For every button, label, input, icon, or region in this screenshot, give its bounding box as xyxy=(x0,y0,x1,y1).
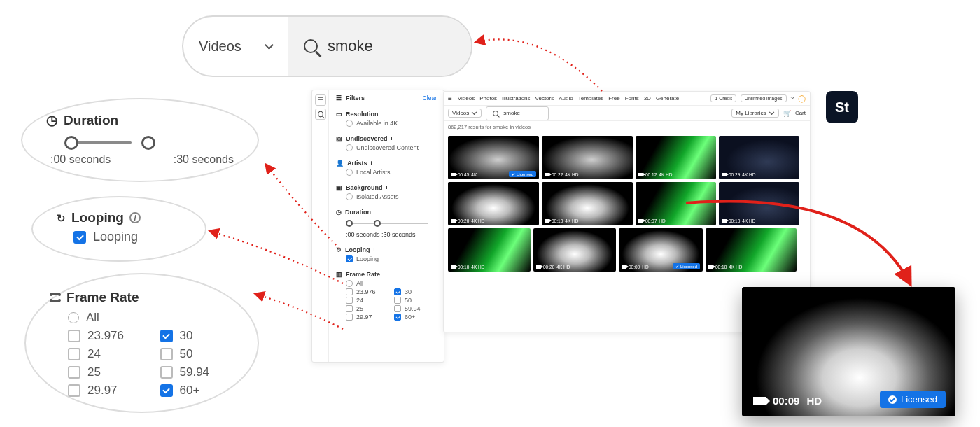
browser-category-dropdown[interactable]: Videos xyxy=(448,108,482,118)
duration-slider[interactable] xyxy=(346,220,431,227)
clear-filters-link[interactable]: Clear xyxy=(423,94,437,102)
duration-max-knob[interactable] xyxy=(141,136,155,150)
user-avatar-icon[interactable] xyxy=(798,94,806,102)
video-duration: 00:09 xyxy=(773,395,799,407)
nav-link[interactable]: Templates xyxy=(578,95,603,102)
nav-link[interactable]: Fonts xyxy=(625,95,639,102)
background-icon: ▣ xyxy=(336,184,342,191)
framerate-all-radio[interactable] xyxy=(68,312,79,323)
video-icon xyxy=(638,219,643,223)
video-thumbnail[interactable]: 00:07HD xyxy=(636,182,716,225)
video-thumbnail[interactable]: 00:104K HD xyxy=(719,182,799,225)
video-thumbnail[interactable]: 00:224K HD xyxy=(542,136,633,179)
framerate-checkbox[interactable] xyxy=(394,314,401,321)
framerate-checkbox[interactable] xyxy=(346,305,353,312)
framerate-checkbox[interactable] xyxy=(160,366,173,379)
duration-max-knob[interactable] xyxy=(374,220,381,227)
framerate-checkbox[interactable] xyxy=(160,384,173,397)
framerate-checkbox[interactable] xyxy=(68,366,80,379)
nav-link[interactable]: Vectors xyxy=(536,95,554,102)
licensed-label: Licensed xyxy=(901,394,937,405)
video-thumbnail[interactable]: 00:104K HD xyxy=(542,182,633,225)
my-libraries-dropdown[interactable]: My Libraries xyxy=(732,108,779,118)
duration-slider[interactable] xyxy=(64,135,230,150)
framerate-checkbox[interactable] xyxy=(346,297,353,304)
framerate-detail-bubble: Frame Rate All 23.9763024502559.9429.976… xyxy=(24,273,259,413)
framerate-checkbox[interactable] xyxy=(394,288,401,295)
thumb-res: HD xyxy=(642,265,648,270)
duration-min-knob[interactable] xyxy=(64,136,78,150)
video-resolution: HD xyxy=(806,395,822,407)
video-icon xyxy=(451,265,456,269)
info-icon[interactable]: i xyxy=(371,160,377,167)
sliders-icon: ☰ xyxy=(336,94,342,102)
info-icon[interactable]: i xyxy=(130,212,141,223)
looping-checkbox[interactable] xyxy=(346,255,353,262)
section-looping-title: Looping xyxy=(345,246,370,253)
nav-link[interactable]: Free xyxy=(608,95,620,102)
looping-checkbox[interactable] xyxy=(74,231,86,244)
nav-link[interactable]: Videos xyxy=(458,95,475,102)
framerate-label: 23.976 xyxy=(88,329,124,343)
thumb-res: 4K HD xyxy=(659,172,672,177)
duration-min-knob[interactable] xyxy=(346,220,353,227)
video-thumbnail[interactable]: 00:09HD✔Licensed xyxy=(619,228,703,272)
duration-min-label: :00 seconds xyxy=(50,153,111,166)
search-icon xyxy=(493,111,498,116)
framerate-label: 60+ xyxy=(405,314,415,321)
artists-radio[interactable] xyxy=(346,169,353,176)
video-thumbnail[interactable]: 00:124K HD xyxy=(636,136,716,179)
search-input[interactable]: smoke xyxy=(288,17,471,76)
nav-icon[interactable]: ≡ xyxy=(448,94,452,102)
thumb-res: 4K HD xyxy=(729,265,742,270)
artists-label: Local Artists xyxy=(356,169,391,176)
undiscovered-label: Undiscovered Content xyxy=(356,144,419,151)
framerate-checkbox[interactable] xyxy=(68,384,80,397)
thumb-meta: 00:104K HD xyxy=(722,218,755,223)
selected-video-card[interactable]: 00:09 HD Licensed xyxy=(742,287,955,416)
undiscovered-radio[interactable] xyxy=(346,144,353,151)
video-thumbnail[interactable]: 00:454K✔Licensed xyxy=(448,136,539,179)
video-thumbnail[interactable]: 00:294K HD xyxy=(719,136,799,179)
framerate-checkbox[interactable] xyxy=(68,348,80,360)
thumb-res: 4K HD xyxy=(471,218,484,223)
credit-button[interactable]: 1 Credit xyxy=(710,94,736,102)
duration-bubble-title: Duration xyxy=(64,113,118,128)
help-icon[interactable]: ? xyxy=(791,95,794,102)
video-thumbnail[interactable]: 00:284K HD xyxy=(533,228,616,272)
browser-search-input[interactable]: smoke xyxy=(486,106,549,120)
framerate-checkbox[interactable] xyxy=(160,348,173,360)
framerate-checkbox[interactable] xyxy=(68,330,80,342)
framerate-all-radio[interactable] xyxy=(346,280,353,287)
info-icon[interactable]: i xyxy=(386,185,393,191)
search-category-dropdown[interactable]: Videos xyxy=(183,17,288,76)
framerate-checkbox[interactable] xyxy=(346,288,353,295)
nav-link[interactable]: Illustrations xyxy=(502,95,530,102)
thumb-meta: 00:284K HD xyxy=(536,265,570,270)
resolution-icon: ▭ xyxy=(336,111,342,118)
sliders-icon[interactable]: ☰ xyxy=(315,94,326,106)
background-radio[interactable] xyxy=(346,193,353,200)
framerate-checkbox[interactable] xyxy=(394,305,401,312)
section-background-title: Background xyxy=(346,184,383,191)
nav-link[interactable]: Photos xyxy=(479,95,497,102)
framerate-checkbox[interactable] xyxy=(394,297,401,304)
nav-link[interactable]: Generate xyxy=(656,95,679,102)
licensed-badge[interactable]: Licensed xyxy=(880,391,946,408)
cart-icon[interactable] xyxy=(783,110,791,117)
unlimited-button[interactable]: Unlimited images xyxy=(741,94,787,102)
info-icon[interactable]: i xyxy=(374,247,380,253)
framerate-checkbox[interactable] xyxy=(160,330,173,342)
cart-label[interactable]: Cart xyxy=(795,110,806,116)
resolution-4k-radio[interactable] xyxy=(346,120,353,127)
info-icon[interactable]: i xyxy=(391,136,398,142)
video-thumbnail[interactable]: 00:184K HD xyxy=(706,228,797,272)
video-thumbnail[interactable]: 00:204K HD xyxy=(448,182,539,225)
nav-link[interactable]: 3D xyxy=(644,95,651,102)
search-icon[interactable] xyxy=(315,108,326,120)
nav-link[interactable]: Audio xyxy=(559,95,573,102)
framerate-checkbox[interactable] xyxy=(346,314,353,321)
licensed-badge: ✔Licensed xyxy=(509,171,536,177)
video-thumbnail[interactable]: 00:104K HD xyxy=(448,228,531,272)
video-icon xyxy=(536,265,541,269)
